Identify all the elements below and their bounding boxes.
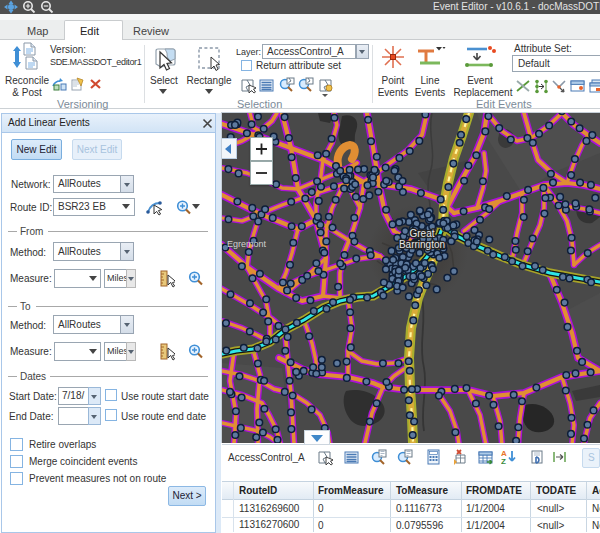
svg-text:Egremont: Egremont xyxy=(227,239,267,249)
svg-text:Z: Z xyxy=(501,457,506,466)
svg-text:Barrington: Barrington xyxy=(399,239,445,250)
svg-text:Great: Great xyxy=(409,228,434,239)
